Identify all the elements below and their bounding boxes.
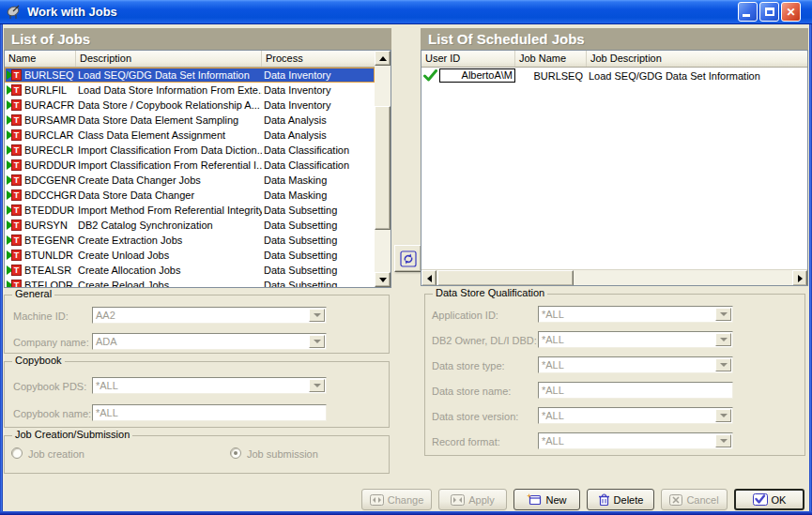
job-process-cell: Data Inventory: [262, 84, 375, 96]
job-type-icon: T: [7, 174, 23, 186]
titlebar[interactable]: Work with Jobs ✕: [0, 0, 812, 24]
chevron-down-icon[interactable]: [309, 309, 325, 322]
jobs-vertical-scrollbar[interactable]: [375, 51, 391, 287]
user-id-edit-box[interactable]: AlbertoA\M: [439, 68, 515, 83]
chevron-down-icon[interactable]: [715, 358, 731, 371]
scroll-down-button[interactable]: [375, 272, 391, 287]
scheduled-horizontal-scrollbar[interactable]: [421, 269, 807, 285]
copybook-pds-combobox[interactable]: *ALL: [92, 377, 327, 394]
change-button[interactable]: Change: [361, 489, 432, 510]
table-row[interactable]: TBDCCHGRData Store Data ChangerData Mask…: [5, 188, 375, 203]
chevron-down-icon[interactable]: [715, 308, 731, 321]
column-name[interactable]: Name: [5, 51, 76, 67]
ok-button-label: OK: [772, 494, 787, 506]
job-name-cell: TBURLSEQ: [5, 69, 76, 81]
table-row[interactable]: TBTEDDURImport Method From Referential I…: [5, 203, 375, 218]
horizontal-scroll-thumb[interactable]: [437, 270, 574, 286]
action-button-row: Change Apply New: [361, 489, 804, 510]
job-process-cell: Data Analysis: [262, 129, 375, 141]
delete-button[interactable]: Delete: [587, 489, 654, 510]
machine-id-combobox[interactable]: AA2: [92, 307, 327, 324]
data-store-type-combobox[interactable]: *ALL: [538, 356, 733, 373]
table-row[interactable]: TBURLSEQLoad SEQ/GDG Data Set Informatio…: [5, 68, 375, 83]
apply-icon: [451, 494, 465, 506]
new-button[interactable]: New: [513, 489, 580, 510]
record-format-combobox[interactable]: *ALL: [538, 432, 733, 449]
job-description-cell: Load Data Store Information From Exte...: [76, 84, 262, 96]
table-row[interactable]: TBURDDURImport Classification From Refer…: [5, 158, 375, 173]
job-process-cell: Data Subsetting: [262, 204, 375, 216]
scroll-right-button[interactable]: [792, 270, 807, 286]
scroll-left-button[interactable]: [421, 270, 437, 286]
data-store-version-combobox[interactable]: *ALL: [538, 407, 733, 424]
column-process[interactable]: Process: [262, 51, 391, 67]
column-user-id[interactable]: User ID: [421, 51, 515, 67]
minimize-button[interactable]: [738, 2, 758, 22]
job-process-cell: Data Inventory: [262, 69, 375, 81]
job-name-cell: TBDCGENR: [5, 174, 76, 186]
change-icon: [370, 494, 384, 506]
data-store-version-value: *ALL: [542, 410, 564, 421]
db2-owner-combobox[interactable]: *ALL: [538, 331, 733, 348]
chevron-down-icon[interactable]: [715, 333, 731, 346]
job-process-cell: Data Classification: [262, 159, 375, 171]
ok-button[interactable]: OK: [734, 489, 804, 510]
schedule-transfer-button[interactable]: [394, 245, 421, 272]
table-row[interactable]: TBURSAMRData Store Data Element Sampling…: [5, 113, 375, 128]
db2-owner-label: DB2 Owner, DL/I DBD:: [432, 335, 537, 346]
vertical-scroll-thumb[interactable]: [375, 106, 391, 230]
table-row[interactable]: TBTEALSRCreate Allocation JobsData Subse…: [5, 263, 375, 278]
column-description[interactable]: Description: [76, 51, 262, 67]
scheduled-user-cell: AlbertoA\M: [421, 68, 515, 83]
record-format-value: *ALL: [542, 435, 564, 447]
table-row[interactable]: TBTELODRCreate Reload JobsData Subsettin…: [5, 278, 375, 287]
application-id-label: Application ID:: [432, 310, 498, 321]
application-id-combobox[interactable]: *ALL: [538, 306, 733, 323]
job-type-icon: T: [7, 84, 23, 96]
table-row[interactable]: TBTUNLDRCreate Unload JobsData Subsettin…: [5, 248, 375, 263]
table-row[interactable]: AlbertoA\MBURLSEQLoad SEQ/GDG Data Set I…: [421, 68, 807, 83]
job-description-cell: Data Store Data Element Sampling: [76, 114, 262, 126]
copybook-name-input[interactable]: *ALL: [92, 404, 327, 421]
table-row[interactable]: TBURLFILLoad Data Store Information From…: [5, 83, 375, 98]
cancel-button[interactable]: Cancel: [661, 489, 728, 510]
list-of-jobs-header: List of Jobs: [4, 28, 391, 50]
chevron-down-icon[interactable]: [715, 409, 731, 422]
record-format-label: Record format:: [432, 436, 500, 447]
column-job-name[interactable]: Job Name: [515, 51, 587, 67]
company-name-combobox[interactable]: ADA: [92, 333, 327, 350]
table-row[interactable]: TBDCGENRCreate Data Changer JobsData Mas…: [5, 173, 375, 188]
apply-button[interactable]: Apply: [438, 489, 507, 510]
job-name-cell: TBDCCHGR: [5, 189, 76, 201]
job-type-icon: T: [7, 69, 23, 81]
close-button[interactable]: ✕: [781, 2, 801, 22]
table-row[interactable]: TBURCLARClass Data Element AssignmentDat…: [5, 128, 375, 143]
table-row[interactable]: TBURACFRData Store / Copybook Relationsh…: [5, 98, 375, 113]
data-store-name-input[interactable]: *ALL: [538, 382, 733, 399]
chevron-down-icon[interactable]: [715, 434, 731, 447]
table-row[interactable]: TBURSYNDB2 Catalog SynchronizationData S…: [5, 218, 375, 233]
application-id-value: *ALL: [542, 309, 564, 320]
table-row[interactable]: TBTEGENRCreate Extraction JobsData Subse…: [5, 233, 375, 248]
job-description-cell: DB2 Catalog Synchronization: [76, 220, 262, 231]
scheduled-job-name-cell: BURLSEQ: [515, 70, 587, 82]
data-store-qualification-legend: Data Store Qualification: [433, 287, 547, 298]
job-submission-radio[interactable]: [230, 447, 241, 459]
job-process-cell: Data Subsetting: [262, 265, 375, 276]
copybook-name-label: Copybook name:: [13, 408, 91, 419]
table-row[interactable]: TBURECLRImport Classification From Data …: [5, 143, 375, 158]
job-creation-radio[interactable]: [11, 447, 23, 459]
copybook-legend: Copybook: [12, 355, 65, 366]
maximize-button[interactable]: [759, 2, 779, 22]
column-job-description[interactable]: Job Description: [587, 51, 807, 67]
app-icon: [6, 5, 23, 20]
chevron-down-icon[interactable]: [309, 379, 325, 392]
jobs-list-column-header[interactable]: Name Description Process: [5, 51, 391, 68]
scheduled-list-column-header[interactable]: User ID Job Name Job Description: [421, 51, 807, 68]
scroll-up-button[interactable]: [375, 51, 391, 66]
job-description-cell: Load SEQ/GDG Data Set Information: [76, 69, 262, 81]
chevron-down-icon[interactable]: [309, 335, 325, 348]
job-type-icon: T: [7, 250, 23, 261]
job-name-cell: TBURCLAR: [5, 129, 76, 141]
job-type-icon: T: [7, 189, 23, 201]
